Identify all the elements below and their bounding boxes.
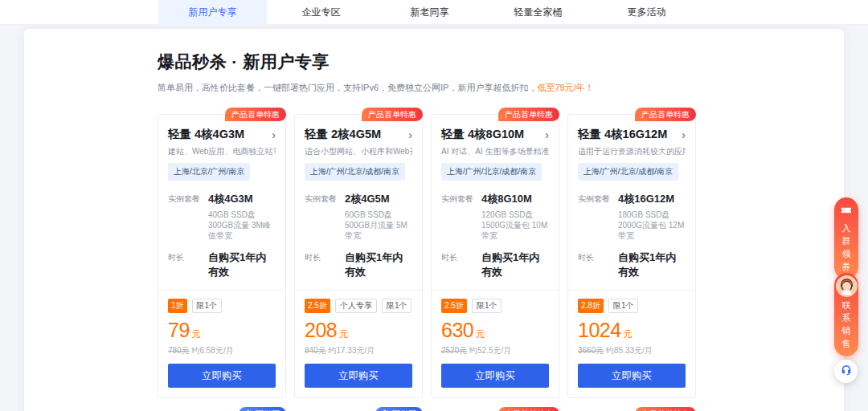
original-price: 780元 bbox=[168, 346, 190, 355]
spec-label: 实例套餐 bbox=[441, 192, 481, 241]
product-card-grid: 产品首单特惠 轻量 4核4G3M› 建站、Web应用、电商独立站等高性价比选择 … bbox=[158, 114, 702, 411]
duration-value: 自购买1年内有效 bbox=[481, 250, 549, 279]
buy-now-button[interactable]: 立即购买 bbox=[578, 364, 686, 388]
monthly-price: 约85.33元/月 bbox=[606, 346, 653, 355]
headset-icon bbox=[840, 364, 853, 380]
limit-tag: 限1个 bbox=[472, 299, 502, 313]
price-unit: 元 bbox=[192, 328, 201, 340]
buy-now-button[interactable]: 立即购买 bbox=[168, 364, 276, 388]
duration-value: 自购买1年内有效 bbox=[345, 250, 412, 279]
coupon-ticket-icon bbox=[840, 204, 853, 220]
promo-badge: 产品首单特惠 bbox=[225, 108, 286, 121]
spec-name: 2核4G5M bbox=[345, 192, 412, 206]
tab-list: 新用户专享 企业专区 新老同享 轻量全家桶 更多活动 bbox=[158, 0, 868, 25]
original-price-row: 3660元 约85.33元/月 bbox=[578, 345, 686, 356]
buy-now-button[interactable]: 立即购买 bbox=[305, 364, 412, 388]
card-4c16g12m: 产品首单特惠 轻量 4核16G12M› 适用于运行资源消耗较大的应用 上海/广州… bbox=[567, 114, 696, 398]
original-price: 840元 bbox=[305, 346, 326, 355]
divider bbox=[295, 290, 422, 291]
spec-detail: 180GB SSD盘 2000G流量包 12M带宽 bbox=[618, 210, 686, 241]
original-price-row: 840元 约17.33元/月 bbox=[305, 345, 412, 356]
card-description: 适合小型网站、小程序和Web开发场景 bbox=[305, 146, 412, 157]
discount-badge: 2.5折 bbox=[305, 299, 330, 313]
spec-name: 4核8G10M bbox=[481, 192, 549, 206]
spec-label: 实例套餐 bbox=[578, 192, 618, 241]
divider bbox=[432, 290, 559, 291]
chevron-right-icon[interactable]: › bbox=[682, 129, 686, 140]
card-description: 适用于运行资源消耗较大的应用 bbox=[578, 146, 686, 157]
badge-label: 可拼团 bbox=[392, 407, 416, 411]
monthly-price: 约17.33元/月 bbox=[328, 346, 375, 355]
promo-badge: 产品首单特惠 bbox=[635, 108, 696, 121]
card-4c4g3m: 产品首单特惠 轻量 4核4G3M› 建站、Web应用、电商独立站等高性价比选择 … bbox=[158, 114, 286, 398]
coupon-label: 入群领券 bbox=[841, 222, 851, 273]
card-2c4g5m: 产品首单特惠 轻量 2核4G5M› 适合小型网站、小程序和Web开发场景 上海/… bbox=[294, 114, 423, 398]
group-buy-badge: 可拼团 bbox=[375, 407, 423, 411]
page-subtitle: 简单易用，高性价比套餐，一键部署热门应用，支持IPv6，免费独立公网IP，新用户… bbox=[158, 82, 844, 94]
original-price-row: 2520元 约52.5元/月 bbox=[441, 345, 549, 356]
card-title: 轻量 2核4G5M bbox=[305, 127, 381, 142]
card-title: 轻量 4核4G3M bbox=[168, 127, 244, 142]
duration-label: 时长 bbox=[578, 250, 618, 279]
tab-bundle[interactable]: 轻量全家桶 bbox=[484, 0, 592, 25]
price-unit: 元 bbox=[476, 328, 485, 340]
discount-badge: 2.5折 bbox=[441, 299, 467, 313]
price-value: 1024 bbox=[578, 319, 621, 342]
chevron-right-icon[interactable]: › bbox=[408, 129, 412, 140]
price-unit: 元 bbox=[339, 328, 348, 340]
spec-label: 实例套餐 bbox=[168, 192, 208, 241]
group-buy-badge: 可拼团 bbox=[239, 407, 286, 411]
chevron-right-icon[interactable]: › bbox=[272, 129, 276, 140]
spec-label: 实例套餐 bbox=[305, 192, 345, 241]
support-headset-button[interactable] bbox=[834, 360, 858, 383]
chevron-right-icon[interactable]: › bbox=[545, 129, 549, 140]
tab-enterprise[interactable]: 企业专区 bbox=[267, 0, 375, 25]
promo-badge: 产品首单特惠 bbox=[362, 108, 423, 121]
spec-detail: 40GB SSD盘 300GB流量 3M峰值带宽 bbox=[208, 210, 276, 241]
duration-label: 时长 bbox=[168, 250, 208, 279]
divider bbox=[158, 290, 285, 291]
page-title: 爆品秒杀 · 新用户专享 bbox=[158, 51, 844, 73]
subtitle-highlight: 低至79元/年！ bbox=[537, 83, 593, 92]
limit-tag: 限1个 bbox=[192, 299, 223, 313]
region-tag: 上海/广州/北京/成都/南京 bbox=[305, 163, 405, 181]
price-value: 630 bbox=[441, 319, 473, 342]
tab-more[interactable]: 更多活动 bbox=[592, 0, 701, 25]
promo-badge: 产品首单特惠 bbox=[498, 407, 559, 411]
people-icon bbox=[245, 407, 253, 411]
top-tab-bar: 新用户专享 企业专区 新老同享 轻量全家桶 更多活动 bbox=[0, 0, 868, 25]
duration-value: 自购买1年内有效 bbox=[208, 250, 276, 279]
buy-now-button[interactable]: 立即购买 bbox=[441, 364, 549, 388]
region-tag: 上海/广州/北京/成都/南京 bbox=[441, 163, 542, 181]
price-value: 79 bbox=[168, 319, 190, 342]
spec-name: 4核16G12M bbox=[618, 192, 686, 206]
card-4c8g10m: 产品首单特惠 轻量 4核8G10M› AI 对话、AI 生图等多场景精准适配 上… bbox=[431, 114, 559, 398]
spec-detail: 120GB SSD盘 1500G流量包 10M带宽 bbox=[481, 210, 549, 241]
duration-label: 时长 bbox=[305, 250, 345, 279]
price-unit: 元 bbox=[624, 328, 633, 340]
contact-sales-button[interactable]: 联系销售 bbox=[834, 273, 858, 356]
original-price-row: 780元 约6.58元/月 bbox=[168, 345, 276, 356]
main-panel: 爆品秒杀 · 新用户专享 简单易用，高性价比套餐，一键部署热门应用，支持IPv6… bbox=[24, 29, 844, 411]
region-tag: 上海/广州/北京/成都/南京 bbox=[578, 163, 678, 181]
join-group-coupon-button[interactable]: 入群领券 bbox=[834, 197, 858, 279]
discount-badge: 2.8折 bbox=[578, 299, 604, 313]
card-title: 轻量 4核8G10M bbox=[441, 127, 524, 142]
tab-new-old[interactable]: 新老同享 bbox=[375, 0, 484, 25]
spec-name: 4核4G3M bbox=[208, 192, 276, 206]
limit-tag: 限1个 bbox=[382, 299, 412, 313]
card-title: 轻量 4核16G12M bbox=[578, 127, 667, 142]
sales-avatar bbox=[836, 275, 858, 297]
duration-value: 自购买1年内有效 bbox=[618, 250, 686, 279]
spec-detail: 60GB SSD盘 500GB月流量 5M带宽 bbox=[345, 210, 412, 241]
original-price: 3660元 bbox=[578, 346, 604, 355]
badge-label: 可拼团 bbox=[256, 407, 280, 411]
monthly-price: 约52.5元/月 bbox=[469, 346, 511, 355]
tab-new-user[interactable]: 新用户专享 bbox=[158, 0, 267, 25]
personal-tag: 个人专享 bbox=[335, 299, 377, 313]
divider bbox=[568, 290, 695, 291]
region-tag: 上海/北京/广州/南京 bbox=[168, 163, 250, 181]
monthly-price: 约6.58元/月 bbox=[191, 346, 233, 355]
card-description: 建站、Web应用、电商独立站等高性价比选择 bbox=[168, 146, 276, 157]
price-value: 208 bbox=[305, 319, 337, 342]
